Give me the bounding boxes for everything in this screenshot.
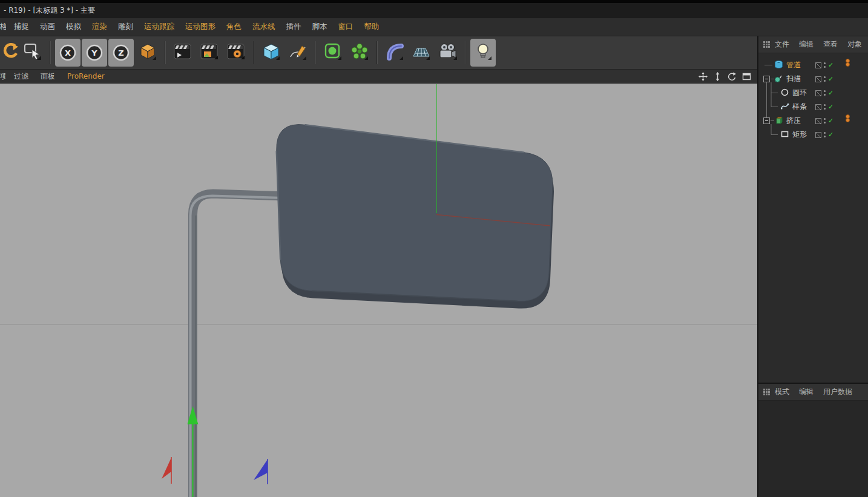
object-row-extrude[interactable]: 挤压 ✓ [758, 114, 868, 128]
viewport-menu-filter[interactable]: 过滤 [8, 71, 35, 82]
title-bar: - R19) - [未标题 3 *] - 主要 [0, 0, 868, 18]
window-title: - R19) - [未标题 3 *] - 主要 [4, 5, 95, 16]
lock-z-button[interactable]: Z [108, 39, 134, 67]
om-menu-file[interactable]: 文件 [770, 39, 794, 50]
visibility-dots[interactable] [824, 118, 826, 123]
undo-button[interactable] [1, 39, 19, 67]
circle-icon [780, 88, 789, 99]
coordinate-system-button[interactable] [135, 39, 160, 67]
collapse-toggle-icon[interactable] [763, 117, 770, 124]
enabled-check-icon[interactable]: ✓ [828, 131, 833, 138]
visibility-dots[interactable] [824, 76, 826, 82]
lock-y-button[interactable]: Y [82, 39, 107, 67]
mograph-button[interactable] [347, 39, 372, 67]
am-menu-mode[interactable]: 模式 [770, 387, 794, 397]
deformer-button[interactable] [382, 39, 407, 67]
viewport-nav-controls [698, 70, 751, 84]
render-view-button[interactable] [170, 39, 196, 67]
material-tag-icon[interactable] [846, 59, 850, 67]
light-icon [474, 42, 492, 63]
render-settings-button[interactable] [223, 39, 249, 67]
viewport-menu-prorender[interactable]: ProRender [61, 72, 111, 81]
menu-item-render[interactable]: 渲染 [87, 22, 113, 32]
attribute-manager-menu: 模式 编辑 用户数据 [758, 384, 868, 401]
cinema4d-window: - R19) - [未标题 3 *] - 主要 格 捕捉 动画 模拟 渲染 雕刻… [0, 0, 868, 497]
zoom-icon[interactable] [712, 72, 722, 82]
menu-item-help[interactable]: 帮助 [359, 22, 385, 32]
object-row-sweep[interactable]: 扫描 ✓ [758, 72, 868, 86]
toolbar-separator [465, 41, 466, 64]
menu-item-snap[interactable]: 捕捉 [8, 22, 35, 32]
menu-item-simulate[interactable]: 模拟 [61, 22, 87, 32]
viewport-menu-panel[interactable]: 面板 [35, 71, 61, 82]
collapse-toggle-icon[interactable] [763, 76, 770, 82]
spline-pen-button[interactable] [285, 39, 311, 67]
menu-item-mesh-partial[interactable]: 格 [0, 22, 6, 32]
menu-item-animate[interactable]: 动画 [35, 22, 61, 32]
am-menu-edit[interactable]: 编辑 [794, 387, 818, 397]
om-menu-object[interactable]: 对象 [843, 39, 867, 50]
edit-toggle-icon[interactable] [815, 132, 821, 138]
undo-icon [2, 43, 19, 62]
live-selection-icon [24, 42, 42, 63]
panel-grip-icon[interactable] [763, 44, 765, 45]
viewport-canvas [0, 84, 757, 497]
render-picture-viewer-icon [200, 43, 219, 62]
edit-toggle-icon[interactable] [815, 118, 821, 124]
menu-item-plugins[interactable]: 插件 [281, 22, 307, 32]
enabled-check-icon[interactable]: ✓ [828, 62, 833, 68]
object-row-rectangle[interactable]: 矩形 ✓ [758, 128, 868, 142]
attribute-manager: 模式 编辑 用户数据 [758, 384, 868, 497]
menu-item-window[interactable]: 窗口 [333, 22, 359, 32]
lock-x-button[interactable]: X [55, 39, 81, 67]
object-row-tube[interactable]: 管道 ✓ [758, 58, 868, 72]
light-button[interactable] [470, 39, 496, 67]
edit-toggle-icon[interactable] [815, 62, 821, 68]
enabled-check-icon[interactable]: ✓ [828, 117, 833, 124]
edit-toggle-icon[interactable] [815, 76, 821, 82]
environment-button[interactable] [409, 39, 434, 67]
camera-button[interactable] [435, 39, 461, 67]
subdivision-surface-icon [324, 42, 342, 63]
visibility-dots[interactable] [824, 104, 826, 110]
menu-item-pipeline[interactable]: 流水线 [247, 22, 281, 32]
menu-item-motion-tracker[interactable]: 运动跟踪 [139, 22, 180, 32]
material-tag-icon[interactable] [846, 115, 850, 122]
primitive-cube-button[interactable] [258, 39, 284, 67]
blue-flag-handle[interactable] [254, 459, 268, 484]
enabled-check-icon[interactable]: ✓ [828, 90, 833, 96]
menu-item-character[interactable]: 角色 [221, 22, 247, 32]
visibility-dots[interactable] [824, 90, 826, 96]
menu-item-sculpt[interactable]: 雕刻 [113, 22, 139, 32]
subdivision-surface-button[interactable] [320, 39, 346, 67]
edit-toggle-icon[interactable] [815, 104, 821, 110]
render-picture-viewer-button[interactable] [197, 39, 222, 67]
object-row-circle[interactable]: 圆环 ✓ [758, 86, 868, 100]
red-flag-handle[interactable] [162, 457, 171, 484]
edit-toggle-icon[interactable] [815, 90, 821, 96]
panel-grip-icon[interactable] [763, 391, 765, 393]
mograph-icon [350, 42, 369, 63]
enabled-check-icon[interactable]: ✓ [828, 104, 833, 110]
menu-item-mograph[interactable]: 运动图形 [180, 22, 221, 32]
live-selection-button[interactable] [20, 39, 45, 67]
am-menu-user-data[interactable]: 用户数据 [818, 387, 857, 397]
maximize-icon[interactable] [741, 72, 751, 82]
visibility-dots[interactable] [824, 62, 826, 68]
object-row-spline[interactable]: 样条 ✓ [758, 100, 868, 114]
om-menu-view[interactable]: 查看 [818, 39, 843, 50]
om-menu-edit[interactable]: 编辑 [794, 39, 818, 50]
enabled-check-icon[interactable]: ✓ [828, 76, 833, 82]
render-settings-icon [227, 43, 245, 62]
object-manager-menu: 文件 编辑 查看 对象 [758, 36, 868, 53]
viewport-3d[interactable] [0, 84, 757, 497]
pan-icon[interactable] [698, 72, 708, 82]
sign-pole [191, 194, 285, 497]
lock-x-icon: X [58, 43, 77, 62]
rotate-icon[interactable] [727, 72, 737, 82]
menu-item-script[interactable]: 脚本 [307, 22, 333, 32]
environment-icon [412, 42, 430, 63]
visibility-dots[interactable] [824, 132, 826, 137]
main-toolbar: X Y Z [0, 36, 757, 70]
viewport-menu-options-partial[interactable]: 项 [0, 71, 5, 82]
